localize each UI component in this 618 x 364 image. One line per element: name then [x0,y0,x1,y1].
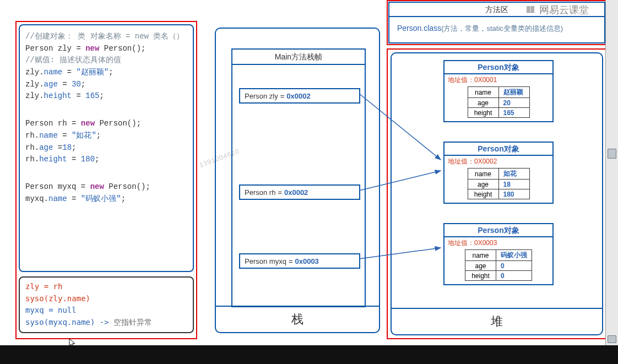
equals-text: = [278,188,282,197]
heap-title: 堆 [392,313,602,330]
note-line: myxq = null [25,305,187,317]
heap-object-title: Person对象 [444,224,552,237]
note-line: zly = rh [25,281,187,293]
heap-object-table: name如花 age18 height180 [468,168,530,199]
heap-object-addr: 地址值：0X0003 [444,237,552,248]
stack-frame: Main方法栈帧 Person zly = 0x0002 Person rh =… [231,48,366,307]
heap-object-title: Person对象 [444,143,552,156]
stack-var-addr: 0x0002 [286,92,310,100]
code-line: Person rh = new Person(); [25,118,187,130]
code-line: Person myxq = new Person(); [25,181,187,193]
code-line: zly.age = 30; [25,79,187,91]
stack-var-label: Person myxq [245,257,286,265]
heap-panel: Person对象 地址值：0X0001 name赵丽颖 age20 height… [391,52,603,335]
diagram-canvas: 网易云课堂 1391004620 //创建对象： 类 对象名称 = new 类名… [0,0,605,345]
equals-text: = [280,92,285,100]
heap-object-table: name码蚁小强 age0 height0 [465,249,532,281]
heap-object-1: Person对象 地址值：0X0001 name赵丽颖 age20 height… [443,60,554,122]
code-line: zly.name = "赵丽颖"; [25,67,187,79]
stack-var-addr: 0x0003 [295,257,318,265]
stack-var-myxq: Person myxq = 0x0003 [239,253,360,269]
code-line: Person zly = new Person(); [25,43,187,55]
stack-var-label: Person zly [245,92,278,100]
equals-text: = [289,257,293,265]
stack-var-zly: Person zly = 0x0002 [239,88,360,104]
bottom-bar [0,345,618,364]
heap-object-2: Person对象 地址值：0X0002 name如花 age18 height1… [443,142,554,204]
stack-panel: Main方法栈帧 Person zly = 0x0002 Person rh =… [215,28,380,333]
code-panel-highlight: //创建对象： 类 对象名称 = new 类名（） Person zly = n… [15,21,197,339]
notes-box: zly = rh syso(zly.name) myxq = null syso… [19,276,194,333]
note-line: syso(myxq.name) -> 空指针异常 [25,317,187,329]
code-line: //赋值: 描述状态具体的值 [25,55,187,67]
stack-title: 栈 [216,311,379,328]
heap-object-3: Person对象 地址值：0X0003 name码蚁小强 age0 height… [443,223,554,285]
heap-object-addr: 地址值：0X0001 [444,74,552,85]
stack-var-addr: 0x0002 [284,188,308,197]
stack-frame-header: Main方法栈帧 [232,50,365,65]
scrollbar-down-button[interactable] [608,335,616,343]
code-line: rh.height = 180; [25,154,187,166]
heap-divider [392,308,602,309]
heap-object-title: Person对象 [444,61,552,74]
method-area-content: Person.class(方法，常量，static变量类的描述信息) [389,17,604,40]
method-area-highlight: 方法区 Person.class(方法，常量，static变量类的描述信息) [387,0,607,45]
method-area-title: 方法区 [389,3,604,17]
stack-var-rh: Person rh = 0x0002 [239,184,360,200]
stack-var-label: Person rh [245,188,275,197]
note-line: syso(zly.name) [25,293,187,305]
code-line: //创建对象： 类 对象名称 = new 类名（） [25,31,187,43]
heap-object-addr: 地址值：0X0002 [444,156,552,167]
code-line: rh.age =18; [25,142,187,154]
class-name: Person.class [397,24,441,32]
code-line: myxq.name = "码蚁小强"; [25,193,187,205]
scrollbar-thumb[interactable] [608,149,616,159]
method-area: 方法区 Person.class(方法，常量，static变量类的描述信息) [388,2,605,44]
heap-object-table: name赵丽颖 age20 height165 [468,86,530,118]
stack-divider [216,306,379,307]
code-line: rh.name = "如花"; [25,130,187,142]
code-box: //创建对象： 类 对象名称 = new 类名（） Person zly = n… [19,24,194,272]
class-desc: (方法，常量，static变量类的描述信息) [441,24,563,32]
scrollbar-track[interactable] [605,0,618,345]
heap-panel-highlight: Person对象 地址值：0X0001 name赵丽颖 age20 height… [387,48,607,339]
code-line: zly.height = 165; [25,90,187,102]
